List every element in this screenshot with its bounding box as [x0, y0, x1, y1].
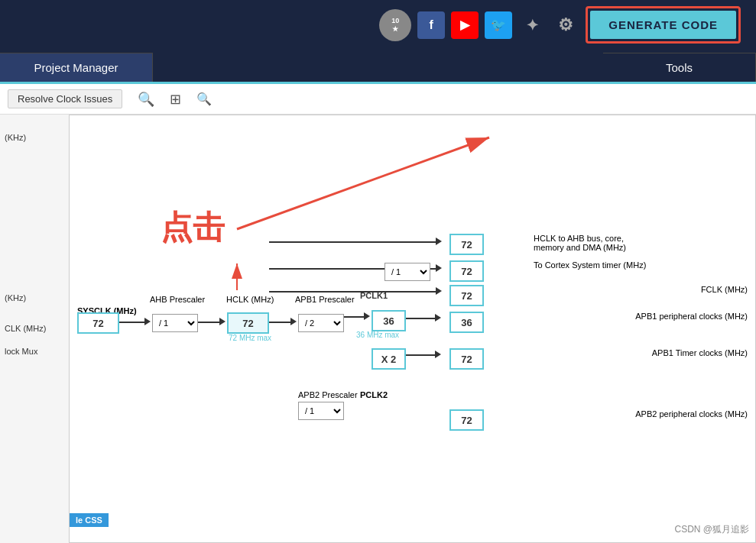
- generate-code-button[interactable]: GENERATE CODE: [590, 11, 736, 39]
- pclk2-label: PCLK2: [360, 390, 388, 399]
- line-hclk-apb1: [269, 322, 292, 323]
- hclk-box: 72: [227, 312, 269, 334]
- apb1-periph-line: [406, 318, 436, 319]
- sysclk-box: 72: [77, 312, 119, 334]
- tab-tools[interactable]: Tools: [603, 53, 756, 82]
- facebook-icon[interactable]: f: [417, 11, 445, 39]
- le-css-badge: le CSS: [70, 513, 109, 527]
- cortex-prescaler-select[interactable]: / 1: [384, 263, 430, 281]
- arrow-cortex: [436, 264, 442, 272]
- x2-box: X 2: [372, 348, 406, 370]
- arrow-apb1-periph: [435, 314, 441, 322]
- pclk1-max-label: 36 MHz max: [356, 331, 399, 339]
- resolve-clock-button[interactable]: Resolve Clock Issues: [8, 89, 122, 108]
- apb1-timer-line: [406, 354, 436, 356]
- label-clk-mhz: CLK (MHz): [0, 321, 50, 336]
- fclk-line: [269, 291, 437, 293]
- out-fclk-label: FCLK (MHz): [701, 285, 748, 294]
- label-khz-2: (KHz): [0, 290, 31, 305]
- left-labels: (KHz) (KHz) CLK (MHz) lock Mux: [0, 115, 76, 543]
- toolbar: Resolve Clock Issues 🔍 ⊞ 🔍: [0, 84, 756, 115]
- label-khz-1: (KHz): [0, 130, 31, 145]
- main-content: 点击 (KHz) (KHz) CLK (MHz) lock Mux SYSCLK…: [0, 115, 756, 543]
- line-sysclk-ahb: [119, 322, 146, 323]
- out-apb1-periph-box: 36: [449, 312, 484, 333]
- apb2-prescaler-select[interactable]: / 1 / 2: [298, 402, 344, 420]
- out-hclk-ahb-box: 72: [449, 234, 484, 255]
- annotation-text: 点击: [161, 206, 225, 249]
- label-clock-mux: lock Mux: [0, 344, 42, 359]
- out-apb2-periph-label: APB2 peripheral clocks (MHz): [635, 409, 748, 419]
- youtube-icon[interactable]: ▶: [451, 11, 479, 39]
- arrow-hclk-ahb-top: [436, 238, 442, 245]
- arrow-sysclk-ahb: [144, 318, 151, 325]
- network-icon[interactable]: ✦: [518, 11, 546, 39]
- arrow-ahb-hclk: [219, 318, 226, 325]
- ahb-label: AHB Prescaler: [150, 295, 205, 304]
- out-fclk-box: 72: [449, 285, 484, 306]
- apb1-label: APB1 Prescaler: [295, 295, 355, 304]
- out-cortex-box: 72: [449, 260, 484, 282]
- watermark: CSDN @狐月追影: [674, 523, 749, 536]
- apb2-label: APB2 Prescaler: [298, 390, 358, 399]
- out-apb1-timer-box: 72: [449, 348, 484, 370]
- ahb-prescaler-select[interactable]: / 1 / 2 / 4: [152, 314, 198, 332]
- arrow-apb1-timer: [435, 351, 441, 358]
- badge-icon: 10★: [379, 9, 411, 41]
- arrow-hclk-apb1: [290, 318, 297, 325]
- generate-code-wrapper: GENERATE CODE: [586, 6, 741, 44]
- clock-diagram: SYSCLK (MHz) AHB Prescaler HCLK (MHz) AP…: [69, 115, 756, 543]
- out-apb2-periph-box: 72: [449, 409, 484, 431]
- top-bar: 10★ f ▶ 🐦 ✦ ⚙ GENERATE CODE: [0, 0, 756, 50]
- hclk-max-label: 72 MHz max: [229, 334, 271, 342]
- zoom-in-icon[interactable]: 🔍: [138, 91, 154, 108]
- arrow-fclk: [436, 287, 442, 295]
- nav-bar: Project Manager Tools: [0, 50, 756, 84]
- out-cortex-label: To Cortex System timer (MHz): [534, 260, 748, 270]
- apb1-prescaler-select[interactable]: / 2 / 1 / 4: [298, 314, 344, 332]
- extra-icon[interactable]: ⚙: [552, 11, 579, 39]
- hclk-label: HCLK (MHz): [226, 295, 274, 304]
- tab-project-manager[interactable]: Project Manager: [0, 53, 153, 82]
- fit-screen-icon[interactable]: ⊞: [170, 91, 181, 108]
- out-hclk-ahb-label: HCLK to AHB bus, core,memory and DMA (MH…: [534, 234, 748, 252]
- out-apb1-timer-label: APB1 Timer clocks (MHz): [652, 348, 748, 357]
- pclk1-box: 36: [372, 310, 406, 331]
- line-apb1-pclk1: [344, 316, 365, 318]
- hclk-ahb-top-line: [269, 241, 437, 243]
- line-ahb-hclk: [198, 322, 221, 323]
- zoom-out-icon[interactable]: 🔍: [196, 92, 212, 106]
- out-apb1-periph-label: APB1 peripheral clocks (MHz): [635, 312, 748, 321]
- twitter-icon[interactable]: 🐦: [485, 11, 512, 39]
- arrow-apb1-pclk1: [364, 312, 370, 320]
